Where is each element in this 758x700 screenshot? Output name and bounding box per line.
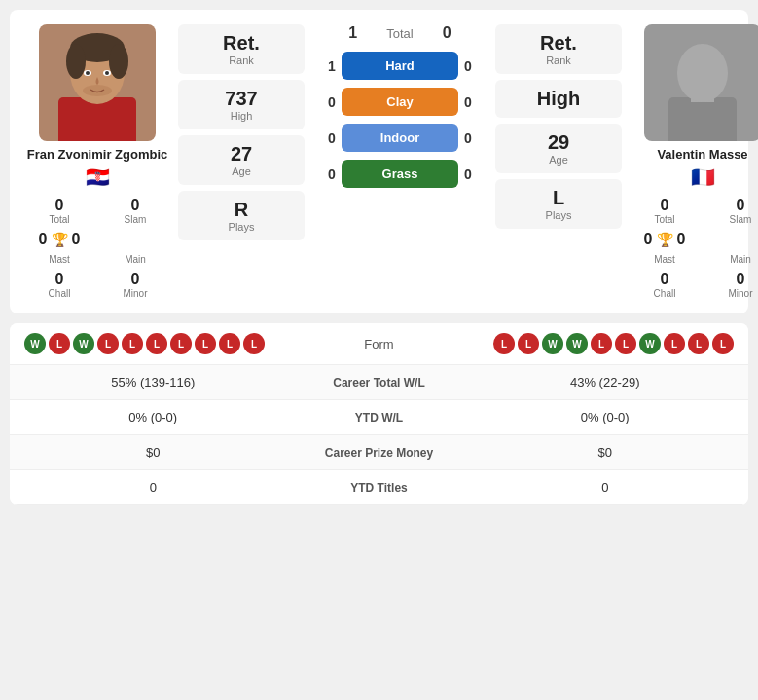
career-wl-left: 55% (139-116) bbox=[24, 375, 282, 389]
p2-form-5: L bbox=[591, 333, 612, 354]
titles-left: 0 bbox=[24, 480, 282, 495]
prize-right: $0 bbox=[477, 445, 735, 460]
player1-plays-card: R Plays bbox=[178, 191, 305, 240]
form-label: Form bbox=[302, 337, 457, 351]
player1-age-card: 27 Age bbox=[178, 135, 305, 185]
p2-form-7: W bbox=[639, 333, 661, 354]
p2-form-10: L bbox=[712, 333, 734, 354]
player1-total-value: 0 bbox=[24, 197, 94, 214]
player1-slam-label: Slam bbox=[100, 214, 170, 225]
player1-minor-label: Minor bbox=[100, 288, 170, 299]
player2-name: Valentin Masse bbox=[657, 147, 747, 162]
player1-rank-card: Ret. Rank bbox=[178, 24, 305, 74]
player2-stats: 0 Total 0 Slam 0 🏆 0 Mast Main 0 Chall bbox=[630, 197, 758, 299]
ytd-wl-right: 0% (0-0) bbox=[477, 410, 735, 424]
player1-mast-label-box: Mast bbox=[24, 254, 94, 265]
p2-form-9: L bbox=[688, 333, 709, 354]
grass-right-score: 0 bbox=[458, 166, 478, 182]
player1-high-card: 737 High bbox=[178, 80, 305, 129]
player1-minor-value: 0 bbox=[100, 271, 170, 288]
player2-mast-label: Mast bbox=[630, 254, 700, 265]
surface-indoor-row: 0 Indoor 0 bbox=[312, 124, 487, 152]
player1-chall-value: 0 bbox=[24, 271, 94, 288]
career-wl-right: 43% (22-29) bbox=[477, 375, 735, 389]
player2-total-value: 0 bbox=[630, 197, 700, 214]
svg-point-13 bbox=[677, 44, 728, 102]
p2-form-1: L bbox=[493, 333, 515, 354]
player1-photo bbox=[39, 24, 156, 141]
p1-form-3: W bbox=[73, 333, 94, 354]
player1-high-value: 737 bbox=[190, 88, 293, 110]
player2-main-value: 0 bbox=[677, 231, 686, 248]
player2-slam-label: Slam bbox=[705, 214, 758, 225]
form-row: W L W L L L L L L L Form L L W W L L W L… bbox=[10, 323, 748, 365]
player1-form-badges: W L W L L L L L L L bbox=[24, 333, 302, 354]
player2-slam-value: 0 bbox=[705, 197, 758, 214]
player2-total-label: Total bbox=[630, 214, 700, 225]
player1-main-label-box: Main bbox=[100, 254, 170, 265]
player1-name: Fran Zvonimir Zgombic bbox=[27, 147, 167, 162]
player2-mast-box: 0 🏆 0 bbox=[630, 231, 700, 248]
player2-rank-label: Rank bbox=[507, 55, 610, 66]
player2-high-value: High bbox=[507, 88, 610, 110]
player2-age-label: Age bbox=[507, 154, 610, 166]
svg-point-5 bbox=[109, 44, 128, 79]
center-surfaces: 1 Total 0 1 Hard 0 0 Clay 0 0 Indoor 0 0… bbox=[312, 24, 487, 188]
player2-rank-card: Ret. Rank bbox=[495, 24, 622, 74]
indoor-button: Indoor bbox=[342, 124, 458, 152]
player2-minor-value: 0 bbox=[705, 271, 758, 288]
player2-form-badges: L L W W L L W L L L bbox=[457, 333, 735, 354]
titles-row: 0 YTD Titles 0 bbox=[10, 470, 748, 505]
indoor-left-score: 0 bbox=[322, 130, 342, 146]
prize-label: Career Prize Money bbox=[282, 446, 477, 460]
svg-point-4 bbox=[66, 44, 86, 79]
p1-form-6: L bbox=[146, 333, 167, 354]
player1-age-label: Age bbox=[190, 166, 293, 177]
total-label: Total bbox=[386, 26, 413, 41]
player2-high-card: High bbox=[495, 80, 622, 118]
p1-form-2: L bbox=[49, 333, 70, 354]
player1-trophy-icon: 🏆 bbox=[52, 232, 68, 247]
player2-chall-value: 0 bbox=[630, 271, 700, 288]
ytd-wl-row: 0% (0-0) YTD W/L 0% (0-0) bbox=[10, 400, 748, 435]
player1-rank-value: Ret. bbox=[190, 32, 293, 55]
indoor-right-score: 0 bbox=[458, 130, 478, 146]
player2-mast-value: 0 bbox=[644, 231, 653, 248]
grass-left-score: 0 bbox=[322, 166, 342, 182]
player2-minor-box: 0 Minor bbox=[705, 271, 758, 299]
p1-form-4: L bbox=[97, 333, 119, 354]
p2-form-2: L bbox=[518, 333, 539, 354]
player2-rank-value: Ret. bbox=[507, 32, 610, 55]
clay-button: Clay bbox=[342, 88, 458, 116]
p1-form-7: L bbox=[170, 333, 192, 354]
player2-middle-stats: Ret. Rank High 29 Age L Plays bbox=[495, 24, 622, 229]
hard-button: Hard bbox=[342, 52, 458, 80]
ytd-wl-label: YTD W/L bbox=[282, 411, 477, 424]
player1-high-label: High bbox=[190, 110, 293, 122]
player2-minor-label: Minor bbox=[705, 288, 758, 299]
player2-total-box: 0 Total bbox=[630, 197, 700, 225]
player2-main-label: Main bbox=[705, 254, 758, 265]
player1-mast-label: Mast bbox=[24, 254, 94, 265]
player2-section: Valentin Masse 🇫🇷 0 Total 0 Slam 0 🏆 0 M… bbox=[630, 24, 758, 299]
surface-clay-row: 0 Clay 0 bbox=[312, 88, 487, 116]
player2-main-label-box: Main bbox=[705, 254, 758, 265]
surface-grass-row: 0 Grass 0 bbox=[312, 160, 487, 188]
player1-mast-box: 0 🏆 0 bbox=[24, 231, 94, 248]
total-left: 1 bbox=[348, 24, 357, 42]
prize-left: $0 bbox=[24, 445, 282, 460]
player2-trophy-icon: 🏆 bbox=[657, 232, 673, 247]
player1-chall-box: 0 Chall bbox=[24, 271, 94, 299]
total-right: 0 bbox=[443, 24, 451, 42]
player2-age-value: 29 bbox=[507, 131, 610, 154]
total-row: 1 Total 0 bbox=[348, 24, 451, 42]
player1-plays-value: R bbox=[190, 199, 293, 221]
p1-form-9: L bbox=[219, 333, 240, 354]
player1-rank-label: Rank bbox=[190, 55, 293, 66]
player2-photo bbox=[644, 24, 758, 141]
player1-section: Fran Zvonimir Zgombic 🇭🇷 0 Total 0 Slam … bbox=[24, 24, 170, 299]
p1-form-8: L bbox=[195, 333, 216, 354]
player1-stats: 0 Total 0 Slam 0 🏆 0 Mast Main 0 Chall bbox=[24, 197, 170, 299]
surface-hard-row: 1 Hard 0 bbox=[312, 52, 487, 80]
p1-form-10: L bbox=[243, 333, 265, 354]
